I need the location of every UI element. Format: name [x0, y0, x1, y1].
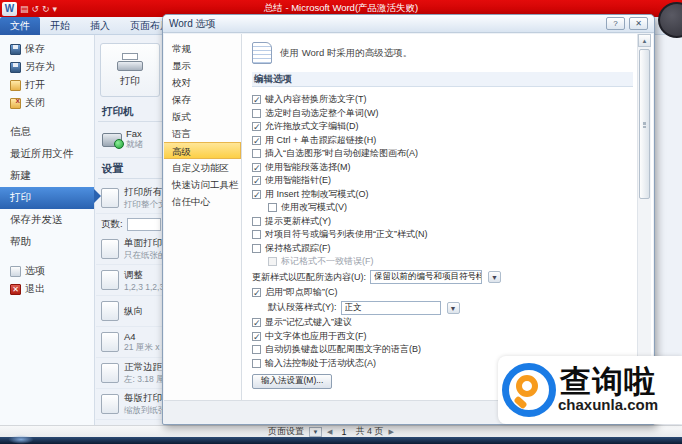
dropdown-label: 更新样式以匹配所选内容(U): — [252, 271, 366, 284]
options-nav-版式[interactable]: 版式 — [164, 108, 241, 125]
options-nav-显示[interactable]: 显示 — [164, 57, 241, 74]
sidebar-item-退出[interactable]: ✕退出 — [0, 280, 94, 298]
checkbox[interactable] — [252, 288, 261, 297]
checkbox[interactable] — [252, 190, 261, 199]
sidebar-item-另存为[interactable]: 另存为 — [0, 58, 94, 76]
checkbox-row: 用 Ctrl + 单击跟踪超链接(H) — [252, 134, 633, 148]
printer-status: 就绪 — [126, 139, 143, 151]
print-setting-icon — [101, 239, 119, 259]
prev-page-icon[interactable]: ◀ — [327, 428, 332, 436]
print-setting-调整[interactable]: 调整1,2,3 1,2,3 — [96, 265, 168, 296]
print-setting-正常边距[interactable]: 正常边距左: 3.18 厘米 — [96, 358, 168, 389]
print-setting-icon — [101, 332, 119, 352]
dropdown-arrow-icon[interactable]: ▼ — [447, 302, 460, 314]
print-setting-detail: 1,2,3 1,2,3 — [124, 282, 164, 292]
checkbox[interactable] — [252, 176, 261, 185]
page-setup-dropdown-icon[interactable]: ▼ — [309, 427, 322, 437]
advanced-options-icon — [252, 42, 272, 64]
print-setting-纵向[interactable]: 纵向 — [96, 296, 168, 327]
dropdown-value: 保留以前的编号和项目符号样式 — [374, 271, 481, 283]
sidebar-item-label: 另存为 — [25, 60, 55, 74]
checkbox-label: 用 Ctrl + 单击跟踪超链接(H) — [265, 134, 376, 147]
sidebar-item-保存并发送[interactable]: 保存并发送 — [0, 209, 94, 231]
checkbox[interactable] — [252, 244, 261, 253]
checkbox[interactable] — [252, 318, 261, 327]
print-setting-icon — [101, 363, 119, 383]
checkbox-label: 显示“记忆式键入”建议 — [265, 316, 352, 329]
print-button[interactable]: 打印 — [100, 43, 160, 97]
dropdown-arrow-icon[interactable]: ▼ — [488, 271, 501, 283]
print-setting-每版打印 1 页[interactable]: 每版打印 1 页缩放到纸张大小 — [96, 389, 168, 420]
style-dropdown[interactable]: 保留以前的编号和项目符号样式 — [370, 270, 482, 284]
sidebar-item-保存[interactable]: 保存 — [0, 40, 94, 58]
checkbox[interactable] — [252, 122, 261, 131]
checkbox[interactable] — [252, 163, 261, 172]
print-setting-value: 纵向 — [124, 305, 143, 318]
options-nav-校对[interactable]: 校对 — [164, 74, 241, 91]
dialog-scrollbar[interactable]: ▲ — [637, 34, 651, 400]
dropdown-row: 默认段落样式(Y):正文▼ — [252, 299, 633, 316]
dialog-nav: 常规显示校对保存版式语言高级自定义功能区快速访问工具栏信任中心 — [164, 34, 242, 400]
checkbox[interactable] — [268, 203, 277, 212]
options-nav-常规[interactable]: 常规 — [164, 40, 241, 57]
backstage-sidebar: 保存另存为打开关闭信息最近所用文件新建打印保存并发送帮助选项✕退出 — [0, 35, 95, 425]
checkbox[interactable] — [252, 359, 261, 368]
ribbon-tab-插入[interactable]: 插入 — [80, 17, 120, 35]
sidebar-item-选项[interactable]: 选项 — [0, 262, 94, 280]
windows-taskbar[interactable] — [0, 437, 682, 444]
checkbox-row: 键入内容替换所选文字(T) — [252, 93, 633, 107]
checkbox-label: 使用改写模式(V) — [281, 201, 347, 214]
start-orb[interactable] — [8, 435, 34, 444]
next-page-icon[interactable]: ▶ — [388, 428, 393, 436]
dialog-body: 常规显示校对保存版式语言高级自定义功能区快速访问工具栏信任中心 使用 Word … — [164, 34, 653, 400]
printer-selector[interactable]: Fax 就绪 — [96, 126, 168, 158]
checkbox[interactable] — [252, 109, 261, 118]
checkbox[interactable] — [252, 95, 261, 104]
print-setting-A4[interactable]: A421 厘米 x 29.7 厘米 — [96, 327, 168, 358]
sidebar-item-打印[interactable]: 打印 — [0, 187, 94, 209]
dialog-help-button[interactable]: ? — [606, 17, 625, 30]
pages-input[interactable] — [127, 218, 161, 231]
checkbox[interactable] — [252, 136, 261, 145]
checkbox-row: 使用智能段落选择(M) — [252, 161, 633, 175]
style-dropdown[interactable]: 正文 — [341, 301, 441, 315]
current-page[interactable]: 1 — [337, 427, 350, 437]
print-setting-单面打印[interactable]: 单面打印只在纸张的一侧打印 — [96, 234, 168, 265]
checkbox[interactable] — [252, 217, 261, 226]
options-nav-高级[interactable]: 高级 — [164, 142, 241, 159]
options-nav-自定义功能区[interactable]: 自定义功能区 — [164, 159, 241, 176]
options-nav-保存[interactable]: 保存 — [164, 91, 241, 108]
scrollbar-thumb[interactable] — [639, 49, 650, 199]
advanced-header-text: 使用 Word 时采用的高级选项。 — [280, 47, 412, 60]
sidebar-item-新建[interactable]: 新建 — [0, 165, 94, 187]
sidebar-item-打开[interactable]: 打开 — [0, 76, 94, 94]
options-nav-快速访问工具栏[interactable]: 快速访问工具栏 — [164, 176, 241, 193]
ribbon-tab-文件[interactable]: 文件 — [0, 17, 40, 35]
sidebar-item-帮助[interactable]: 帮助 — [0, 231, 94, 253]
options-nav-语言[interactable]: 语言 — [164, 125, 241, 142]
ime-settings-button[interactable]: 输入法设置(M)... — [252, 374, 332, 389]
scroll-up-icon[interactable]: ▲ — [638, 34, 651, 47]
sidebar-item-关闭[interactable]: 关闭 — [0, 94, 94, 112]
checkbox — [268, 257, 277, 266]
close-doc-icon — [10, 98, 21, 109]
print-setting-icon — [101, 270, 119, 290]
dialog-close-button[interactable]: ✕ — [629, 17, 648, 30]
checkbox-row: 保持格式跟踪(F) — [252, 242, 633, 256]
checkbox[interactable] — [252, 230, 261, 239]
sidebar-item-最近所用文件[interactable]: 最近所用文件 — [0, 143, 94, 165]
print-setting-icon — [101, 301, 119, 321]
checkbox[interactable] — [252, 332, 261, 341]
ribbon-tab-开始[interactable]: 开始 — [40, 17, 80, 35]
save-icon — [10, 44, 21, 55]
sidebar-item-label: 打开 — [25, 78, 45, 92]
sidebar-item-label: 保存 — [25, 42, 45, 56]
checkbox[interactable] — [252, 149, 261, 158]
checkbox-label: 对项目符号或编号列表使用“正文”样式(N) — [265, 228, 428, 241]
options-nav-信任中心[interactable]: 信任中心 — [164, 193, 241, 210]
printer-section-heading: 打印机 — [98, 101, 166, 122]
checkbox[interactable] — [252, 345, 261, 354]
print-setting-打印所有页[interactable]: 打印所有页打印整个文档 — [96, 183, 168, 214]
dialog-title-bar[interactable]: Word 选项 ? ✕ — [163, 15, 654, 33]
sidebar-item-信息[interactable]: 信息 — [0, 121, 94, 143]
